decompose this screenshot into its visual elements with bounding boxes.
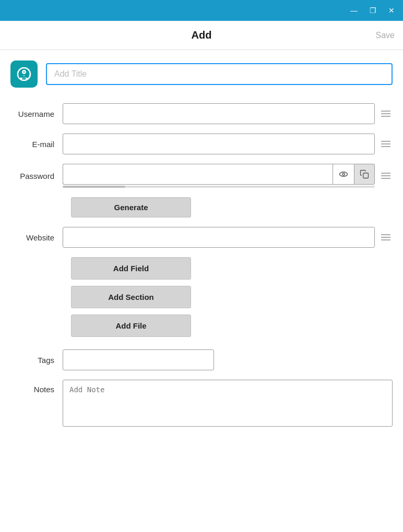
svg-point-0 [340, 172, 348, 176]
password-wrapper [63, 164, 375, 188]
username-field: Username [10, 103, 393, 124]
minimize-button[interactable]: — [347, 3, 361, 18]
password-drag-handle[interactable] [379, 171, 393, 181]
email-drag-handle[interactable] [379, 139, 393, 149]
website-field: Website [10, 227, 393, 248]
app-icon [10, 61, 38, 88]
website-input[interactable] [63, 227, 375, 248]
generate-row: Generate [10, 197, 393, 217]
maximize-button[interactable]: ❐ [365, 3, 380, 18]
password-input[interactable] [63, 164, 333, 185]
password-strength-bar [63, 186, 375, 188]
title-bar: — ❐ ✕ [0, 0, 403, 21]
tags-label: Tags [10, 356, 63, 365]
notes-label: Notes [10, 380, 63, 394]
password-label: Password [10, 172, 63, 180]
title-input[interactable] [46, 63, 393, 85]
main-content: Username E-mail Password [0, 50, 403, 532]
app-header: Add Save [0, 21, 403, 50]
close-button[interactable]: ✕ [384, 3, 399, 18]
password-input-row [63, 164, 375, 185]
eye-icon [338, 169, 349, 179]
svg-rect-2 [363, 173, 369, 178]
globe-icon [16, 66, 32, 82]
notes-field: Notes [10, 380, 393, 427]
add-field-button[interactable]: Add Field [71, 257, 191, 280]
title-row [10, 61, 393, 88]
email-label: E-mail [10, 140, 63, 149]
notes-textarea[interactable] [63, 380, 393, 427]
add-file-button[interactable]: Add File [71, 315, 191, 337]
password-visibility-toggle[interactable] [333, 164, 354, 185]
generate-button[interactable]: Generate [71, 197, 191, 217]
tags-input[interactable] [63, 349, 214, 370]
username-input[interactable] [63, 103, 375, 124]
username-label: Username [10, 110, 63, 118]
action-buttons: Add Field Add Section Add File [71, 257, 393, 337]
tags-field: Tags [10, 349, 393, 370]
page-title: Add [192, 29, 212, 41]
website-label: Website [10, 233, 63, 242]
password-field: Password [10, 164, 393, 188]
email-field: E-mail [10, 134, 393, 154]
password-strength-fill [63, 186, 125, 188]
username-drag-handle[interactable] [379, 108, 393, 119]
email-input[interactable] [63, 134, 375, 154]
password-copy-button[interactable] [354, 164, 375, 185]
website-drag-handle[interactable] [379, 232, 393, 243]
add-section-button[interactable]: Add Section [71, 286, 191, 308]
save-button[interactable]: Save [376, 31, 395, 40]
copy-icon [360, 170, 369, 179]
svg-point-1 [342, 173, 345, 175]
